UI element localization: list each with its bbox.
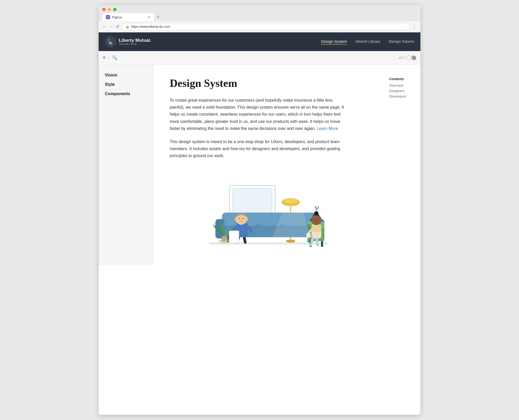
logo-icon: 🗽: [105, 36, 116, 47]
logo-tagline: INSURANCE: [119, 43, 151, 45]
sidebar-item-vision[interactable]: Vision: [105, 73, 147, 78]
search-icon[interactable]: 🔍: [112, 55, 117, 60]
theme-toggle[interactable]: [406, 55, 416, 60]
sidebar: Vision Style Components: [99, 65, 153, 265]
svg-rect-37: [311, 224, 321, 232]
lock-icon: 🔒: [126, 25, 129, 29]
address-bar: ← → ↺ 🔒 https://www.liberty-ds.com ⋮: [99, 21, 420, 32]
nav-links: Design System Sketch Library Design Toke…: [321, 39, 414, 45]
url-text: https://www.liberty-ds.com: [131, 25, 170, 29]
nav-sketch-library[interactable]: Sketch Library: [356, 39, 380, 45]
svg-point-26: [239, 218, 240, 219]
page-layout: Vision Style Components Design System To…: [99, 65, 420, 265]
maximize-dot[interactable]: [113, 8, 117, 11]
learn-more-link[interactable]: Learn More: [317, 126, 338, 131]
toolbar-divider: [109, 55, 109, 61]
contents-title: Contents: [389, 77, 415, 81]
sidebar-nav: Vision Style Components: [105, 73, 147, 96]
url-field[interactable]: 🔒 https://www.liberty-ds.com: [122, 23, 409, 30]
page-title: Design System: [170, 77, 346, 89]
svg-text:🗽: 🗽: [108, 39, 114, 45]
toolbar: ≡ 🔍 v2.1: [99, 51, 420, 65]
toggle-dark[interactable]: [412, 55, 416, 60]
nav-design-system[interactable]: Design System: [321, 39, 347, 45]
svg-point-29: [246, 217, 248, 221]
svg-point-28: [234, 217, 237, 221]
page-description-2: This design system is meant to be a one-…: [170, 138, 346, 159]
tab-close-button[interactable]: ✕: [147, 15, 151, 19]
close-dot[interactable]: [102, 8, 106, 11]
browser-tab[interactable]: F Figma ✕: [102, 13, 154, 21]
contents-sidebar: Contents Overview Designers Developers: [384, 65, 420, 265]
illustration-container: [170, 170, 367, 253]
contents-link-developers[interactable]: Developers: [389, 94, 415, 98]
svg-point-40: [314, 219, 315, 220]
minimize-dot[interactable]: [108, 8, 111, 11]
contents-link-overview[interactable]: Overview: [389, 83, 415, 87]
content-area: Design System To create great experience…: [170, 77, 346, 159]
site-navbar: 🗽 Liberty Mutual. INSURANCE Design Syste…: [99, 32, 420, 51]
sidebar-item-style[interactable]: Style: [105, 82, 147, 87]
svg-rect-30: [229, 231, 239, 243]
version-label: v2.1: [399, 56, 405, 60]
refresh-button[interactable]: ↺: [116, 24, 119, 29]
design-system-illustration: [193, 170, 344, 253]
svg-point-8: [283, 198, 298, 204]
version-info: v2.1: [399, 55, 416, 60]
sidebar-item-components[interactable]: Components: [105, 92, 147, 96]
svg-point-27: [243, 218, 244, 219]
logo-area: 🗽 Liberty Mutual. INSURANCE: [105, 36, 151, 47]
svg-point-42: [310, 218, 312, 221]
logo-company-name: Liberty Mutual.: [119, 38, 151, 43]
tab-title: Figma: [112, 15, 121, 19]
new-tab-button[interactable]: +: [155, 13, 162, 21]
more-options-button[interactable]: ⋮: [412, 24, 417, 30]
menu-toggle-button[interactable]: ≡: [103, 55, 106, 60]
figma-tab-icon: F: [106, 15, 110, 19]
svg-point-39: [314, 211, 318, 215]
main-content: Design System To create great experience…: [153, 65, 384, 265]
back-button[interactable]: ←: [102, 24, 106, 29]
page-description-1: To create great experiences for our cust…: [170, 97, 346, 132]
nav-design-tokens[interactable]: Design Tokens: [389, 39, 414, 45]
contents-link-designers[interactable]: Designers: [389, 89, 415, 93]
svg-point-41: [317, 219, 318, 220]
logo-text: Liberty Mutual. INSURANCE: [119, 38, 151, 45]
svg-point-38: [311, 215, 322, 225]
svg-rect-4: [233, 188, 272, 215]
svg-rect-35: [321, 241, 323, 247]
forward-button[interactable]: →: [109, 24, 113, 29]
svg-point-19: [256, 224, 260, 228]
toggle-light[interactable]: [406, 55, 411, 60]
